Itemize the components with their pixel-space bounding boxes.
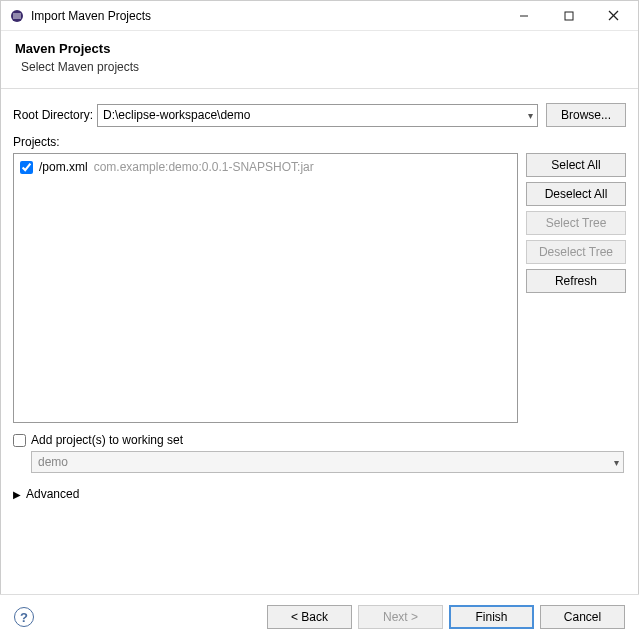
select-all-button[interactable]: Select All: [526, 153, 626, 177]
chevron-down-icon: ▾: [614, 457, 619, 468]
root-directory-value: D:\eclipse-workspace\demo: [103, 108, 250, 122]
help-icon[interactable]: ?: [14, 607, 34, 627]
page-title: Maven Projects: [15, 41, 624, 56]
working-set-combo[interactable]: demo ▾: [31, 451, 624, 473]
advanced-label: Advanced: [26, 487, 79, 501]
wizard-footer: ? < Back Next > Finish Cancel: [0, 594, 639, 639]
close-button[interactable]: [591, 2, 636, 30]
working-set-checkbox[interactable]: [13, 434, 26, 447]
root-directory-combo[interactable]: D:\eclipse-workspace\demo ▾: [97, 104, 538, 127]
chevron-right-icon: ▶: [13, 489, 21, 500]
finish-button[interactable]: Finish: [449, 605, 534, 629]
side-buttons: Select All Deselect All Select Tree Dese…: [526, 153, 626, 423]
select-tree-button: Select Tree: [526, 211, 626, 235]
wizard-header: Maven Projects Select Maven projects: [1, 31, 638, 89]
project-artifact: com.example:demo:0.0.1-SNAPSHOT:jar: [94, 160, 314, 174]
minimize-button[interactable]: [501, 2, 546, 30]
next-button: Next >: [358, 605, 443, 629]
eclipse-icon: [9, 8, 25, 24]
refresh-button[interactable]: Refresh: [526, 269, 626, 293]
back-button[interactable]: < Back: [267, 605, 352, 629]
root-directory-label: Root Directory:: [13, 108, 93, 122]
projects-list[interactable]: /pom.xml com.example:demo:0.0.1-SNAPSHOT…: [13, 153, 518, 423]
page-subtitle: Select Maven projects: [21, 60, 624, 74]
advanced-toggle[interactable]: ▶ Advanced: [13, 487, 626, 501]
titlebar: Import Maven Projects: [1, 1, 638, 31]
projects-label: Projects:: [13, 135, 626, 149]
browse-button[interactable]: Browse...: [546, 103, 626, 127]
cancel-button[interactable]: Cancel: [540, 605, 625, 629]
working-set-label: Add project(s) to working set: [31, 433, 183, 447]
deselect-tree-button: Deselect Tree: [526, 240, 626, 264]
project-checkbox[interactable]: [20, 161, 33, 174]
svg-rect-2: [565, 12, 573, 20]
main-content: Root Directory: D:\eclipse-workspace\dem…: [1, 89, 638, 501]
project-path: /pom.xml: [39, 160, 88, 174]
maximize-button[interactable]: [546, 2, 591, 30]
window-title: Import Maven Projects: [31, 9, 501, 23]
chevron-down-icon: ▾: [528, 110, 533, 121]
window-controls: [501, 2, 636, 30]
list-item[interactable]: /pom.xml com.example:demo:0.0.1-SNAPSHOT…: [20, 158, 511, 176]
deselect-all-button[interactable]: Deselect All: [526, 182, 626, 206]
working-set-value: demo: [38, 455, 68, 469]
